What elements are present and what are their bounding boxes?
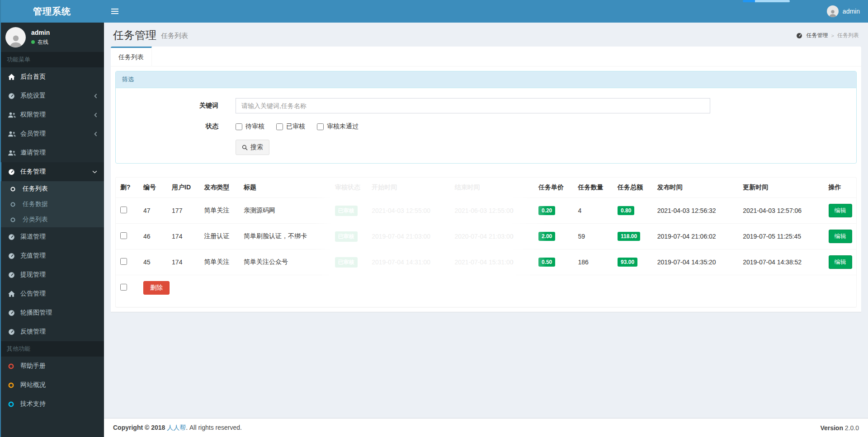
table-delete-row: 删除 — [116, 275, 856, 301]
brand-link[interactable]: 人人帮 — [167, 424, 186, 431]
select-all-checkbox[interactable] — [120, 284, 127, 291]
home-icon — [8, 291, 20, 297]
sidebar-item-邀请管理[interactable]: 邀请管理 — [0, 143, 104, 162]
status-option-label: 待审核 — [245, 122, 264, 131]
app-brand[interactable]: 管理系统 — [0, 0, 104, 23]
total-badge: 93.00 — [618, 258, 637, 267]
sidebar-item-后台首页[interactable]: 后台首页 — [0, 67, 104, 86]
sidebar-item-权限管理[interactable]: 权限管理 — [0, 105, 104, 124]
sidebar-item-网站概况[interactable]: 网站概况 — [0, 376, 104, 395]
navbar-user-menu[interactable]: admin — [819, 0, 868, 23]
breadcrumb-current: 任务列表 — [837, 32, 859, 39]
sidebar-item-帮助手册[interactable]: 帮助手册 — [0, 357, 104, 376]
price-badge: 0.20 — [538, 206, 555, 215]
search-icon — [242, 145, 248, 150]
sidebar-item-渠道管理[interactable]: 渠道管理 — [0, 227, 104, 246]
sidebar-item-任务管理[interactable]: 任务管理 — [0, 162, 104, 181]
breadcrumb-parent[interactable]: 任务管理 — [807, 32, 828, 39]
sidebar-item-反馈管理[interactable]: 反馈管理 — [0, 322, 104, 341]
status-option-审核未通过[interactable]: 审核未通过 — [317, 122, 359, 131]
sidebar-item-技术支持[interactable]: 技术支持 — [0, 395, 104, 414]
sidebar-item-公告管理[interactable]: 公告管理 — [0, 284, 104, 303]
sidebar-subitem-任务列表[interactable]: 任务列表 — [0, 181, 104, 197]
page-subtitle: 任务列表 — [161, 32, 188, 41]
sidebar-subitem-任务数据[interactable]: 任务数据 — [0, 197, 104, 212]
sidebar-item-label: 权限管理 — [20, 111, 46, 119]
status-checkbox[interactable] — [317, 123, 324, 130]
status-badge: 已审核 — [335, 257, 358, 268]
chevron-left-icon — [94, 113, 97, 117]
loading-progress-bar — [743, 0, 790, 2]
sidebar-menu: 后台首页系统设置权限管理会员管理邀请管理任务管理任务列表任务数据分类列表渠道管理… — [0, 67, 104, 341]
edit-button[interactable]: 编辑 — [829, 230, 852, 243]
table-row: 46174注册认证简单刷脸认证，不绑卡已审核2019-07-04 21:03:0… — [116, 224, 856, 249]
status-label: 状态 — [123, 122, 236, 131]
table-header-row: 删?编号用户ID发布类型标题审核状态开始时间结束时间任务单价任务数量任务总额发布… — [116, 178, 856, 198]
footer: Copyright © 2018 人人帮. All rights reserve… — [104, 418, 868, 437]
online-label: 在线 — [38, 38, 48, 46]
circle-o-icon — [8, 382, 20, 388]
sidebar-item-label: 提现管理 — [20, 271, 46, 279]
price-badge: 0.50 — [538, 258, 555, 267]
sidebar-item-label: 帮助手册 — [20, 362, 46, 370]
circle-o-icon — [10, 217, 18, 222]
delete-button[interactable]: 删除 — [143, 281, 170, 295]
keyword-input[interactable] — [236, 98, 710, 113]
row-checkbox[interactable] — [120, 207, 127, 213]
sidebar-item-轮播图管理[interactable]: 轮播图管理 — [0, 303, 104, 322]
table-body: 47177简单关注亲测源码网已审核2021-04-03 12:55:002021… — [116, 198, 856, 301]
tab-task-list[interactable]: 任务列表 — [111, 47, 152, 66]
search-button[interactable]: 搜索 — [236, 140, 269, 155]
sidebar-item-会员管理[interactable]: 会员管理 — [0, 124, 104, 143]
status-badge: 已审核 — [335, 231, 358, 242]
page-title: 任务管理 — [113, 29, 156, 41]
sidebar-subitem-label: 任务列表 — [23, 185, 48, 193]
edit-button[interactable]: 编辑 — [829, 255, 852, 269]
status-checkbox[interactable] — [236, 123, 242, 130]
cell-end-time: 2021-06-03 12:55:00 — [450, 198, 533, 224]
tachometer-icon — [8, 310, 20, 316]
tachometer-icon — [796, 33, 803, 39]
column-header: 删? — [116, 178, 139, 198]
keyword-label: 关键词 — [123, 102, 236, 110]
column-header: 任务总额 — [613, 178, 653, 198]
cell-publish-time: 2021-04-03 12:56:32 — [653, 198, 738, 224]
user-status: 在线 — [31, 38, 50, 46]
users-icon — [8, 131, 20, 137]
sidebar-toggle-button[interactable] — [104, 0, 126, 23]
status-option-已审核[interactable]: 已审核 — [276, 122, 305, 131]
circle-o-icon — [8, 363, 20, 369]
circle-o-icon — [8, 401, 20, 407]
sidebar-subitem-分类列表[interactable]: 分类列表 — [0, 212, 104, 227]
circle-o-icon — [10, 187, 18, 192]
row-checkbox[interactable] — [120, 258, 127, 265]
total-badge: 0.80 — [618, 206, 634, 215]
row-checkbox[interactable] — [120, 232, 127, 239]
content-wrapper: 任务管理 任务列表 任务管理 > 任务列表 任务列表 筛选 — [104, 23, 868, 418]
tachometer-icon — [8, 253, 20, 259]
column-header: 任务单价 — [534, 178, 574, 198]
task-table: 删?编号用户ID发布类型标题审核状态开始时间结束时间任务单价任务数量任务总额发布… — [116, 178, 856, 301]
top-navbar: admin — [104, 0, 868, 23]
search-button-label: 搜索 — [250, 143, 263, 151]
column-header: 标题 — [239, 178, 330, 198]
task-table-panel: 删?编号用户ID发布类型标题审核状态开始时间结束时间任务单价任务数量任务总额发布… — [115, 177, 857, 307]
sidebar-other-menu: 帮助手册网站概况技术支持 — [0, 357, 104, 414]
sidebar-item-label: 公告管理 — [20, 290, 46, 298]
sidebar-username: admin — [31, 29, 50, 36]
sidebar-item-提现管理[interactable]: 提现管理 — [0, 265, 104, 284]
sidebar-item-系统设置[interactable]: 系统设置 — [0, 86, 104, 105]
breadcrumb-separator: > — [831, 33, 834, 38]
tachometer-icon — [8, 272, 20, 278]
status-checkbox[interactable] — [276, 123, 283, 130]
sidebar-item-充值管理[interactable]: 充值管理 — [0, 246, 104, 265]
cell-start-time: 2019-07-04 21:03:00 — [367, 224, 450, 249]
sidebar-subitem-label: 任务数据 — [23, 200, 48, 208]
table-row: 47177简单关注亲测源码网已审核2021-04-03 12:55:002021… — [116, 198, 856, 224]
tachometer-icon — [8, 93, 20, 99]
edit-button[interactable]: 编辑 — [829, 204, 852, 217]
status-option-待审核[interactable]: 待审核 — [236, 122, 264, 131]
chevron-left-icon — [94, 94, 97, 99]
copyright-text: Copyright © 2018 — [113, 424, 165, 431]
sidebar-item-label: 后台首页 — [20, 73, 46, 81]
